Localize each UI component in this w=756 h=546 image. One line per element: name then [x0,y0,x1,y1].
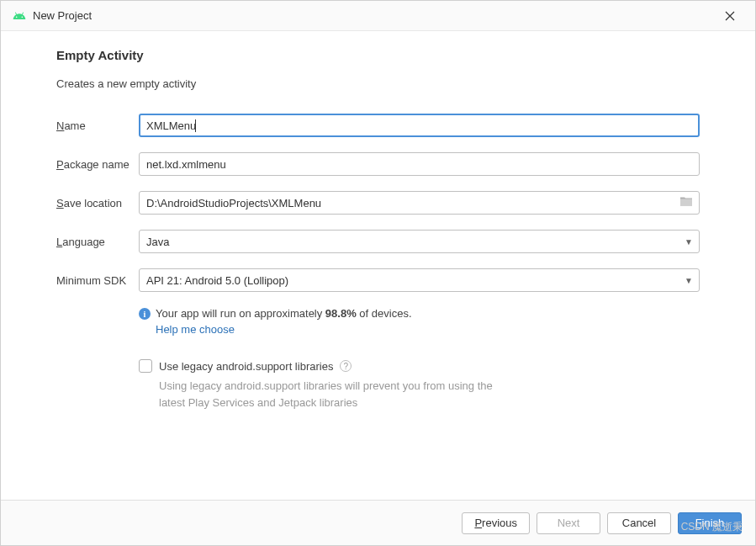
svg-text:i: i [144,310,146,319]
save-location-label: Save location [56,197,139,209]
window-title: New Project [33,9,716,22]
content-area: Empty Activity Creates a new empty activ… [1,31,755,500]
package-row: Package name [56,152,700,176]
save-location-row: Save location [56,191,700,215]
page-title: Empty Activity [56,48,700,62]
name-input[interactable]: XMLMenu [139,114,700,137]
legacy-desc: Using legacy android.support libraries w… [159,378,521,411]
info-icon: i [139,308,151,320]
minsdk-row: Minimum SDK API 21: Android 5.0 (Lollipo… [56,268,700,292]
android-icon [13,9,26,23]
legacy-section: Use legacy android.support libraries ? U… [139,359,700,411]
help-me-choose-link[interactable]: Help me choose [156,323,700,336]
package-input[interactable] [139,152,700,176]
package-label: Package name [56,158,139,171]
minsdk-select[interactable]: API 21: Android 5.0 (Lollipop) [139,268,700,292]
browse-folder-icon[interactable] [679,196,693,210]
close-button[interactable] [716,3,743,29]
legacy-checkbox-label: Use legacy android.support libraries [159,360,333,373]
footer: Previous Next Cancel Finish [1,500,755,545]
save-location-input[interactable] [139,191,700,215]
minsdk-label: Minimum SDK [56,274,139,287]
language-row: Language Java ▼ [56,230,700,253]
language-label: Language [56,236,139,248]
next-button: Next [537,512,600,534]
new-project-dialog: New Project Empty Activity Creates a new… [0,0,756,546]
page-description: Creates a new empty activity [56,77,700,90]
language-select[interactable]: Java [139,230,700,253]
previous-button[interactable]: Previous [462,512,530,534]
sdk-info-text: Your app will run on approximately 98.8%… [156,307,412,320]
name-label: Name [56,119,139,132]
legacy-checkbox[interactable] [139,359,152,373]
sdk-info: i Your app will run on approximately 98.… [139,307,700,336]
name-row: Name XMLMenu [56,114,700,137]
titlebar: New Project [1,1,755,31]
finish-button[interactable]: Finish [678,512,742,534]
help-icon[interactable]: ? [340,360,352,372]
cancel-button[interactable]: Cancel [607,512,671,534]
